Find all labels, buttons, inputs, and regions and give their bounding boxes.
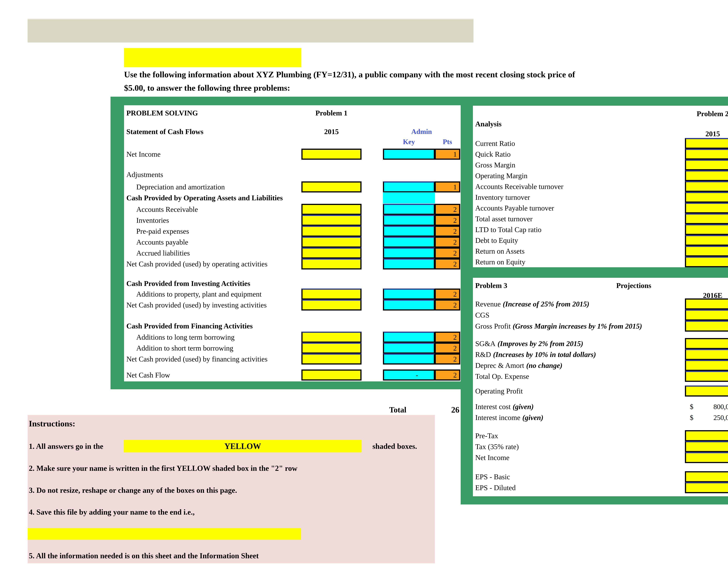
answer-cell[interactable]: [685, 452, 728, 463]
p3-row-total-op: Total Op. Expense 1: [473, 371, 728, 382]
answer-cell[interactable]: [302, 226, 362, 237]
answer-cell[interactable]: [302, 247, 362, 259]
answer-cell[interactable]: [685, 471, 728, 482]
answer-cell[interactable]: [685, 298, 728, 310]
row-note: (Increases by 10% in total dollars): [493, 350, 596, 359]
answer-cell[interactable]: [302, 149, 362, 160]
answer-cell[interactable]: [685, 430, 728, 441]
row-label: SG&A(Improves by 2% from 2015): [475, 339, 583, 348]
answer-cell[interactable]: [302, 289, 362, 299]
answer-cell[interactable]: [685, 349, 728, 360]
answer-cell[interactable]: [685, 235, 728, 246]
intro-text-line1: Use the following information about XYZ …: [124, 69, 575, 80]
answer-cell[interactable]: [685, 257, 728, 267]
name-input-cell[interactable]: [124, 48, 302, 67]
row-label: EPS - Diluted: [475, 483, 516, 492]
pts-cell: 1: [435, 181, 460, 192]
problem1-pts-header: Pts: [435, 137, 460, 147]
answer-cell[interactable]: [302, 181, 362, 192]
pts-cell: 2: [435, 343, 460, 353]
instruction-item-3: 3. Do not resize, reshape or change any …: [29, 486, 237, 495]
answer-cell[interactable]: [685, 321, 728, 332]
answer-cell[interactable]: [302, 204, 362, 215]
yellow-legend-box: YELLOW: [124, 440, 362, 452]
key-band: [383, 192, 435, 203]
key-cell: [383, 237, 435, 248]
answer-cell[interactable]: [685, 482, 728, 493]
p3-row-eps-basic: EPS - Basic 1: [473, 471, 728, 482]
answer-cell[interactable]: [685, 371, 728, 382]
answer-cell[interactable]: [302, 332, 362, 343]
row-label: Return on Equity: [475, 258, 525, 266]
answer-cell[interactable]: [685, 181, 728, 192]
problem1-section-label: PROBLEM SOLVING: [126, 108, 198, 118]
p3-row-sga: SG&A(Improves by 2% from 2015) 1: [473, 338, 728, 349]
p2-row: Total asset turnover 2: [473, 213, 728, 224]
row-label: Inventory turnover: [475, 193, 530, 202]
p1-row-net-operating: Net Cash provided (used) by operating ac…: [124, 258, 461, 269]
answer-cell[interactable]: [302, 343, 362, 353]
answer-cell[interactable]: [685, 149, 728, 160]
row-label: Deprec & Amort(no change): [475, 361, 563, 370]
answer-cell[interactable]: [302, 299, 362, 311]
answer-cell[interactable]: [685, 138, 728, 149]
amount: 250,000: [713, 414, 728, 422]
p1-row-lt-borrowing: Additions to long term borrowing 2: [124, 332, 461, 343]
answer-cell[interactable]: [685, 441, 728, 452]
answer-cell[interactable]: [685, 192, 728, 203]
row-note: (given): [522, 414, 543, 422]
answer-cell[interactable]: [302, 258, 362, 269]
row-label: Accrued liabilities: [136, 249, 190, 257]
p2-row: Operating Margin 2: [473, 170, 728, 181]
p3-row-cgs: CGS 1: [473, 310, 728, 321]
p1-row-st-borrowing: Addition to short term borrowing 2: [124, 343, 461, 353]
answer-cell[interactable]: [685, 170, 728, 181]
answer-cell[interactable]: [685, 203, 728, 213]
instruction-1-prefix: 1. All answers go in the: [29, 442, 103, 451]
row-label: Additions to long term borrowing: [136, 333, 235, 341]
pts-value: 2: [453, 227, 457, 235]
pts-cell: 1: [435, 149, 460, 160]
key-cell: [383, 226, 435, 237]
answer-cell[interactable]: [302, 215, 362, 226]
problem1-total-label: Total: [356, 404, 406, 415]
p1-row-net-investing: Net Cash provided (used) by investing ac…: [124, 299, 461, 311]
key-cell: [383, 215, 435, 226]
row-label: Additions to property, plant and equipme…: [136, 290, 262, 298]
answer-cell[interactable]: [685, 338, 728, 349]
answer-cell[interactable]: [685, 160, 728, 170]
row-label: Pre-Tax: [475, 431, 498, 440]
row-label: Total Op. Expense: [475, 372, 529, 380]
problem1-subtitle: Statement of Cash Flows: [126, 127, 203, 137]
pts-value: 2: [453, 355, 457, 363]
answer-cell[interactable]: [685, 246, 728, 257]
pts-cell: 2: [435, 332, 460, 343]
pts-cell: 2: [435, 369, 460, 380]
answer-cell[interactable]: [685, 224, 728, 235]
answer-cell[interactable]: [685, 360, 728, 371]
p3-row-interest-income: Interest income(given) $ 250,000: [473, 412, 728, 423]
answer-cell[interactable]: [685, 310, 728, 321]
row-label: Accounts Payable turnover: [475, 204, 554, 212]
row-label: Net Cash provided (used) by financing ac…: [126, 355, 267, 363]
answer-cell[interactable]: [302, 237, 362, 248]
row-label: CGS: [475, 311, 489, 319]
answer-cell[interactable]: [685, 386, 728, 397]
answer-cell[interactable]: [302, 353, 362, 365]
p3-row-revenue: Revenue(Increase of 25% from 2015) 1: [473, 298, 728, 310]
problem2-year-header: 2015: [685, 129, 728, 139]
row-label: Net Income: [126, 150, 161, 158]
p2-row: Return on Equity 2: [473, 257, 728, 267]
answer-cell[interactable]: [302, 369, 362, 380]
row-label: LTD to Total Cap ratio: [475, 226, 542, 234]
filename-input-cell[interactable]: [28, 528, 301, 540]
p1-row-accounts-receivable: Accounts Receivable 2: [124, 204, 461, 215]
p1-row-ppe: Additions to property, plant and equipme…: [124, 289, 461, 299]
p1-row-net-income: Net Income 1: [124, 149, 461, 160]
row-heading: Cash Provided from Investing Activities: [126, 279, 250, 288]
yellow-legend-label: YELLOW: [224, 442, 261, 451]
currency-symbol: $: [690, 414, 693, 422]
answer-cell[interactable]: [685, 213, 728, 224]
row-label: Pre-paid expenses: [136, 227, 189, 235]
pts-cell: 2: [435, 247, 460, 259]
